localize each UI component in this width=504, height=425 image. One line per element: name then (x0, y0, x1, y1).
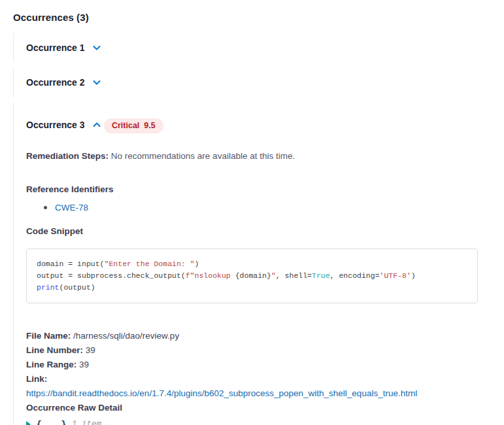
file-name-value: /harness/sqli/dao/review.py (73, 331, 179, 341)
remediation-label: Remediation Steps: (26, 151, 109, 161)
list-item: CWE-78 (44, 203, 504, 212)
line-number-value: 39 (86, 345, 95, 355)
occurrence-3-label: Occurrence 3 (26, 120, 85, 130)
cwe-link[interactable]: CWE-78 (55, 203, 88, 212)
occurrence-2-label: Occurrence 2 (26, 77, 85, 88)
code-snippet-heading: Code Snippet (26, 226, 504, 236)
line-range-value: 39 (79, 360, 89, 369)
remediation-steps: Remediation Steps: No recommendations ar… (26, 151, 504, 161)
occurrence-raw-detail-heading: Occurrence Raw Detail (26, 403, 122, 413)
tree-expander-icon[interactable] (26, 421, 31, 425)
line-number-row: Line Number: 39 (26, 343, 504, 358)
occurrence-3-panel: Occurrence 3 Critical 9.5 Remediation St… (13, 103, 504, 425)
severity-badge: Critical 9.5 (104, 118, 163, 133)
occurrence-1-label: Occurrence 1 (26, 42, 85, 53)
json-ellipsis: ... (42, 419, 61, 425)
link-url-row: https://bandit.readthedocs.io/en/1.7.4/p… (26, 386, 504, 401)
line-number-label: Line Number: (26, 345, 83, 355)
code-lines: domain = input("Enter the Domain: ")outp… (37, 258, 467, 294)
line-range-row: Line Range: 39 (26, 358, 504, 372)
severity-label: Critical (112, 121, 139, 130)
occurrence-2-panel: Occurrence 2 (13, 68, 504, 97)
occurrence-meta: File Name: /harness/sqli/dao/review.py L… (26, 329, 504, 425)
bullet-icon (44, 206, 47, 209)
raw-json-tree-row: {...} 1 item (26, 419, 504, 425)
link-label: Link: (26, 374, 47, 384)
raw-detail-heading-row: Occurrence Raw Detail (26, 401, 504, 415)
remediation-text: No recommendations are available at this… (111, 151, 295, 161)
occurrence-3-toggle[interactable]: Occurrence 3 (26, 120, 101, 130)
page-title: Occurrences (3) (13, 12, 504, 23)
reference-identifiers-list: CWE-78 (26, 203, 504, 212)
occurrence-2-toggle[interactable]: Occurrence 2 (26, 77, 101, 88)
chevron-up-icon[interactable] (92, 120, 101, 129)
file-name-row: File Name: /harness/sqli/dao/review.py (26, 329, 504, 343)
file-name-label: File Name: (26, 331, 71, 341)
chevron-down-icon[interactable] (92, 78, 101, 87)
link-label-row: Link: (26, 372, 504, 386)
code-snippet-box: domain = input("Enter the Domain: ")outp… (26, 248, 478, 303)
json-item-count: 1 item (72, 420, 101, 425)
line-range-label: Line Range: (26, 360, 76, 369)
occurrence-1-panel: Occurrence 1 (13, 33, 504, 62)
bandit-doc-link[interactable]: https://bandit.readthedocs.io/en/1.7.4/p… (26, 388, 417, 398)
chevron-down-icon[interactable] (92, 43, 101, 52)
occurrences-panel: Occurrences (3) Occurrence 1 Occurrence … (0, 0, 504, 425)
severity-score: 9.5 (144, 121, 155, 130)
occurrence-1-toggle[interactable]: Occurrence 1 (26, 42, 101, 53)
reference-identifiers-heading: Reference Identifiers (26, 184, 504, 194)
json-collapsed-node[interactable]: {...} (37, 419, 66, 425)
